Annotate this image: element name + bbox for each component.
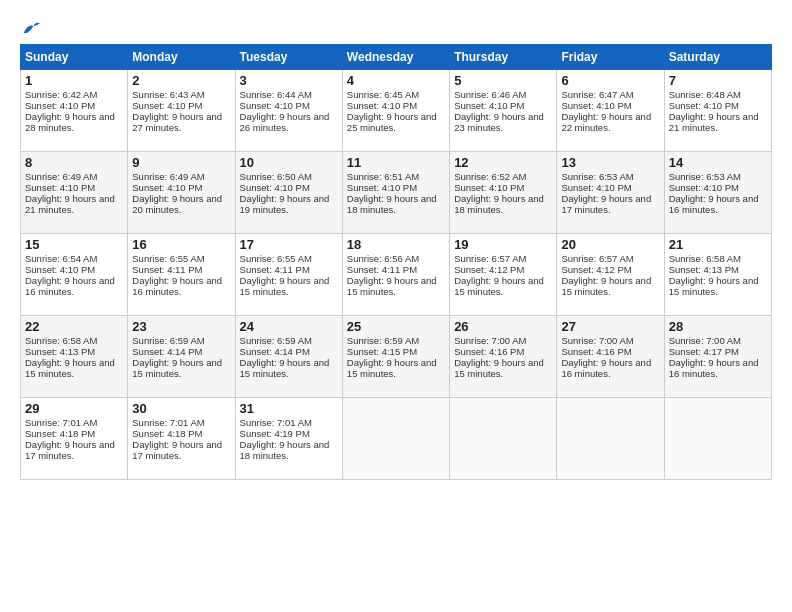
day-number: 17 [240,237,338,252]
sunset-text: Sunset: 4:10 PM [669,100,739,111]
daylight-text: Daylight: 9 hours and 16 minutes. [25,275,115,297]
sunrise-text: Sunrise: 6:59 AM [132,335,204,346]
calendar-cell: 23 Sunrise: 6:59 AM Sunset: 4:14 PM Dayl… [128,315,235,397]
sunset-text: Sunset: 4:10 PM [347,182,417,193]
daylight-text: Daylight: 9 hours and 15 minutes. [669,275,759,297]
daylight-text: Daylight: 9 hours and 18 minutes. [454,193,544,215]
calendar-cell: 11 Sunrise: 6:51 AM Sunset: 4:10 PM Dayl… [342,151,449,233]
day-number: 26 [454,319,552,334]
day-number: 1 [25,73,123,88]
daylight-text: Daylight: 9 hours and 15 minutes. [240,357,330,379]
daylight-text: Daylight: 9 hours and 15 minutes. [454,357,544,379]
sunset-text: Sunset: 4:10 PM [132,100,202,111]
daylight-text: Daylight: 9 hours and 15 minutes. [240,275,330,297]
day-number: 25 [347,319,445,334]
day-number: 6 [561,73,659,88]
sunrise-text: Sunrise: 6:46 AM [454,89,526,100]
sunrise-text: Sunrise: 6:50 AM [240,171,312,182]
sunrise-text: Sunrise: 7:01 AM [132,417,204,428]
sunset-text: Sunset: 4:10 PM [240,100,310,111]
day-number: 12 [454,155,552,170]
day-number: 20 [561,237,659,252]
sunrise-text: Sunrise: 6:59 AM [240,335,312,346]
sunrise-text: Sunrise: 6:51 AM [347,171,419,182]
logo-bird-icon [22,21,40,35]
sunrise-text: Sunrise: 6:54 AM [25,253,97,264]
sunset-text: Sunset: 4:10 PM [561,182,631,193]
day-number: 21 [669,237,767,252]
daylight-text: Daylight: 9 hours and 20 minutes. [132,193,222,215]
daylight-text: Daylight: 9 hours and 18 minutes. [347,193,437,215]
sunrise-text: Sunrise: 6:48 AM [669,89,741,100]
daylight-text: Daylight: 9 hours and 15 minutes. [347,275,437,297]
sunrise-text: Sunrise: 6:58 AM [25,335,97,346]
sunset-text: Sunset: 4:11 PM [132,264,202,275]
sunset-text: Sunset: 4:15 PM [347,346,417,357]
day-number: 7 [669,73,767,88]
weekday-header: Sunday [21,44,128,69]
sunset-text: Sunset: 4:10 PM [561,100,631,111]
sunrise-text: Sunrise: 7:01 AM [240,417,312,428]
calendar-cell [557,397,664,479]
calendar-cell: 6 Sunrise: 6:47 AM Sunset: 4:10 PM Dayli… [557,69,664,151]
day-number: 3 [240,73,338,88]
sunrise-text: Sunrise: 7:00 AM [669,335,741,346]
weekday-header: Monday [128,44,235,69]
sunset-text: Sunset: 4:10 PM [454,100,524,111]
calendar-week-row: 1 Sunrise: 6:42 AM Sunset: 4:10 PM Dayli… [21,69,772,151]
sunset-text: Sunset: 4:19 PM [240,428,310,439]
sunrise-text: Sunrise: 6:53 AM [561,171,633,182]
calendar-cell [342,397,449,479]
sunset-text: Sunset: 4:18 PM [25,428,95,439]
day-number: 13 [561,155,659,170]
sunrise-text: Sunrise: 6:58 AM [669,253,741,264]
day-number: 2 [132,73,230,88]
calendar-cell: 22 Sunrise: 6:58 AM Sunset: 4:13 PM Dayl… [21,315,128,397]
calendar-cell: 2 Sunrise: 6:43 AM Sunset: 4:10 PM Dayli… [128,69,235,151]
logo [20,18,40,34]
sunrise-text: Sunrise: 6:55 AM [132,253,204,264]
day-number: 10 [240,155,338,170]
sunset-text: Sunset: 4:11 PM [240,264,310,275]
calendar-cell: 19 Sunrise: 6:57 AM Sunset: 4:12 PM Dayl… [450,233,557,315]
weekday-header: Thursday [450,44,557,69]
header [20,18,772,34]
sunrise-text: Sunrise: 6:56 AM [347,253,419,264]
calendar-table: SundayMondayTuesdayWednesdayThursdayFrid… [20,44,772,480]
day-number: 29 [25,401,123,416]
weekday-header: Friday [557,44,664,69]
daylight-text: Daylight: 9 hours and 15 minutes. [25,357,115,379]
daylight-text: Daylight: 9 hours and 16 minutes. [132,275,222,297]
day-number: 5 [454,73,552,88]
day-number: 14 [669,155,767,170]
day-number: 22 [25,319,123,334]
daylight-text: Daylight: 9 hours and 25 minutes. [347,111,437,133]
sunrise-text: Sunrise: 7:00 AM [561,335,633,346]
calendar-cell: 17 Sunrise: 6:55 AM Sunset: 4:11 PM Dayl… [235,233,342,315]
sunrise-text: Sunrise: 6:53 AM [669,171,741,182]
calendar-cell: 14 Sunrise: 6:53 AM Sunset: 4:10 PM Dayl… [664,151,771,233]
calendar-cell: 25 Sunrise: 6:59 AM Sunset: 4:15 PM Dayl… [342,315,449,397]
calendar-cell: 29 Sunrise: 7:01 AM Sunset: 4:18 PM Dayl… [21,397,128,479]
daylight-text: Daylight: 9 hours and 17 minutes. [561,193,651,215]
sunset-text: Sunset: 4:16 PM [561,346,631,357]
calendar-cell: 4 Sunrise: 6:45 AM Sunset: 4:10 PM Dayli… [342,69,449,151]
sunrise-text: Sunrise: 6:57 AM [561,253,633,264]
daylight-text: Daylight: 9 hours and 22 minutes. [561,111,651,133]
day-number: 19 [454,237,552,252]
daylight-text: Daylight: 9 hours and 23 minutes. [454,111,544,133]
day-number: 16 [132,237,230,252]
calendar-cell: 18 Sunrise: 6:56 AM Sunset: 4:11 PM Dayl… [342,233,449,315]
sunrise-text: Sunrise: 6:49 AM [132,171,204,182]
day-number: 4 [347,73,445,88]
sunrise-text: Sunrise: 6:59 AM [347,335,419,346]
sunrise-text: Sunrise: 6:47 AM [561,89,633,100]
daylight-text: Daylight: 9 hours and 16 minutes. [669,193,759,215]
sunrise-text: Sunrise: 6:43 AM [132,89,204,100]
sunset-text: Sunset: 4:10 PM [669,182,739,193]
calendar-cell: 30 Sunrise: 7:01 AM Sunset: 4:18 PM Dayl… [128,397,235,479]
sunrise-text: Sunrise: 6:55 AM [240,253,312,264]
calendar-cell: 15 Sunrise: 6:54 AM Sunset: 4:10 PM Dayl… [21,233,128,315]
sunset-text: Sunset: 4:10 PM [454,182,524,193]
weekday-header: Saturday [664,44,771,69]
